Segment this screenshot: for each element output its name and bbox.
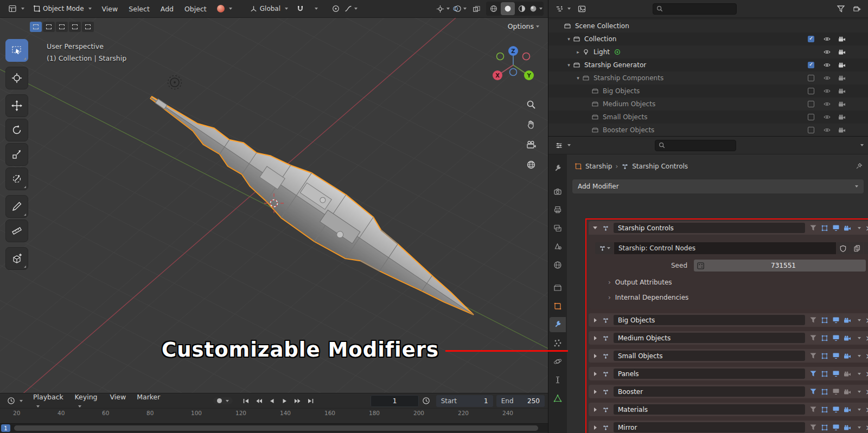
modifier-header[interactable]: Medium Objects xyxy=(589,331,868,345)
modifier-header[interactable]: Small Objects xyxy=(589,349,868,363)
outliner-row[interactable]: Scene Collection xyxy=(548,20,868,33)
edit-mode-toggle[interactable] xyxy=(820,405,829,415)
show-overlays-button[interactable] xyxy=(452,2,467,15)
snap-settings-dropdown[interactable] xyxy=(308,2,322,15)
axis-neg-x-ball[interactable] xyxy=(523,53,530,60)
modifier-extras-menu[interactable] xyxy=(854,227,863,229)
end-frame-field[interactable]: End 250 xyxy=(496,395,545,407)
expand-icon[interactable] xyxy=(591,318,599,322)
delete-modifier-button[interactable] xyxy=(864,406,868,413)
proportional-editing-toggle[interactable] xyxy=(329,2,343,15)
timeline-scrollbar[interactable] xyxy=(14,425,538,431)
timeline-editor-button[interactable] xyxy=(3,395,27,406)
jump-to-start-button[interactable] xyxy=(239,396,252,406)
modifier-header[interactable]: Starship Controls xyxy=(589,221,868,235)
modifier-name-field[interactable]: Starship Controls xyxy=(614,223,805,233)
modifier-header[interactable]: Big Objects xyxy=(589,313,868,327)
tab-scene[interactable] xyxy=(550,239,566,254)
outliner-editor-button[interactable] xyxy=(553,3,573,15)
vertex-group-toggle[interactable] xyxy=(808,333,818,343)
render-toggle[interactable] xyxy=(843,351,852,361)
disable-in-renders-camera-icon[interactable] xyxy=(835,74,848,82)
modifier-extras-menu[interactable] xyxy=(854,391,863,393)
modifier-name-field[interactable]: Big Objects xyxy=(614,315,805,325)
next-keyframe-button[interactable] xyxy=(291,396,304,406)
tool-transform[interactable] xyxy=(5,167,28,190)
disable-in-renders-camera-icon[interactable] xyxy=(835,61,848,69)
axis-y-ball[interactable]: Y xyxy=(524,70,534,80)
editor-type-button[interactable] xyxy=(4,3,28,15)
transform-orientation-dropdown[interactable]: Global xyxy=(246,3,292,15)
tab-object-data[interactable] xyxy=(550,391,566,406)
modifier-extras-menu[interactable] xyxy=(854,355,863,357)
vertex-group-toggle[interactable] xyxy=(808,405,818,415)
realtime-display-toggle[interactable] xyxy=(831,423,841,432)
hide-in-viewport-eye-icon[interactable] xyxy=(821,113,833,121)
render-toggle[interactable] xyxy=(843,223,852,233)
tool-move[interactable] xyxy=(5,94,28,117)
exclude-checkbox[interactable] xyxy=(808,101,814,107)
delete-modifier-button[interactable] xyxy=(864,424,868,431)
previous-keyframe-button[interactable] xyxy=(252,396,265,406)
viewport-options-dropdown[interactable]: Options xyxy=(508,22,539,30)
tab-collection[interactable] xyxy=(550,280,566,295)
delete-modifier-button[interactable] xyxy=(864,388,868,396)
realtime-display-toggle[interactable] xyxy=(831,223,841,233)
tab-modifiers[interactable] xyxy=(550,317,566,332)
exclude-checkbox[interactable] xyxy=(808,36,814,42)
delete-modifier-button[interactable] xyxy=(864,224,868,232)
outliner-display-mode-button[interactable] xyxy=(575,2,589,15)
breadcrumb-object[interactable]: Starship xyxy=(585,163,612,170)
hide-in-viewport-eye-icon[interactable] xyxy=(821,74,833,82)
delete-modifier-button[interactable] xyxy=(864,370,868,378)
modifier-extras-menu[interactable] xyxy=(854,373,863,375)
vertex-group-toggle[interactable] xyxy=(808,387,818,397)
hide-in-viewport-eye-icon[interactable] xyxy=(821,35,833,43)
properties-search-input[interactable] xyxy=(668,141,732,149)
disable-in-renders-camera-icon[interactable] xyxy=(835,48,848,56)
menu-item[interactable]: Object xyxy=(179,3,212,15)
menu-item[interactable]: View xyxy=(105,391,132,411)
outliner-row[interactable]: Small Objects xyxy=(548,111,868,124)
mode-transfer-dropdown[interactable] xyxy=(213,3,236,14)
edit-mode-toggle[interactable] xyxy=(820,423,829,432)
expand-icon[interactable] xyxy=(591,425,599,430)
modifier-extras-menu[interactable] xyxy=(854,337,863,339)
use-preview-range-clock-icon[interactable] xyxy=(420,395,433,408)
tool-scale[interactable] xyxy=(5,143,28,166)
outliner-row[interactable]: Big Objects xyxy=(548,85,868,98)
menu-item[interactable]: Add xyxy=(155,3,179,15)
expand-arrow-icon[interactable] xyxy=(565,62,572,68)
exclude-checkbox[interactable] xyxy=(808,114,814,120)
vertex-group-toggle[interactable] xyxy=(808,315,818,325)
node-group-name-field[interactable]: Starship: Control Nodes xyxy=(614,242,836,254)
show-gizmo-button[interactable] xyxy=(436,2,450,15)
tab-object[interactable] xyxy=(550,299,566,314)
expand-icon[interactable] xyxy=(591,227,599,229)
vertex-group-toggle[interactable] xyxy=(808,223,818,233)
select-mode-new-button[interactable] xyxy=(30,22,42,32)
tool-annotate[interactable] xyxy=(5,195,28,218)
outliner-row[interactable]: Light xyxy=(548,46,868,59)
expand-icon[interactable] xyxy=(591,408,599,412)
disable-in-renders-camera-icon[interactable] xyxy=(835,100,848,108)
edit-mode-toggle[interactable] xyxy=(820,223,829,233)
hide-in-viewport-eye-icon[interactable] xyxy=(821,87,833,95)
modifier-name-field[interactable]: Panels xyxy=(614,369,805,379)
timeline-ruler[interactable]: 20406080100120140160180200220240 xyxy=(0,408,548,423)
navigation-gizmo[interactable]: Z X Y xyxy=(492,44,535,86)
hide-in-viewport-eye-icon[interactable] xyxy=(821,61,833,69)
tab-output[interactable] xyxy=(550,202,566,217)
render-toggle[interactable] xyxy=(843,423,852,432)
toggle-ortho-icon[interactable] xyxy=(523,157,539,173)
tab-particles[interactable] xyxy=(550,335,566,351)
menu-item[interactable]: View xyxy=(97,3,124,15)
viewport-3d[interactable]: Options User Perspective (1) Collection … xyxy=(0,18,548,393)
hide-in-viewport-eye-icon[interactable] xyxy=(821,100,833,108)
properties-editor-button[interactable] xyxy=(553,140,573,151)
tab-tool[interactable] xyxy=(550,161,566,176)
mode-dropdown[interactable]: Object Mode xyxy=(29,3,95,14)
seed-value-field[interactable]: 731551 xyxy=(694,260,866,272)
disable-in-renders-camera-icon[interactable] xyxy=(835,113,848,121)
disable-in-renders-camera-icon[interactable] xyxy=(835,35,848,43)
